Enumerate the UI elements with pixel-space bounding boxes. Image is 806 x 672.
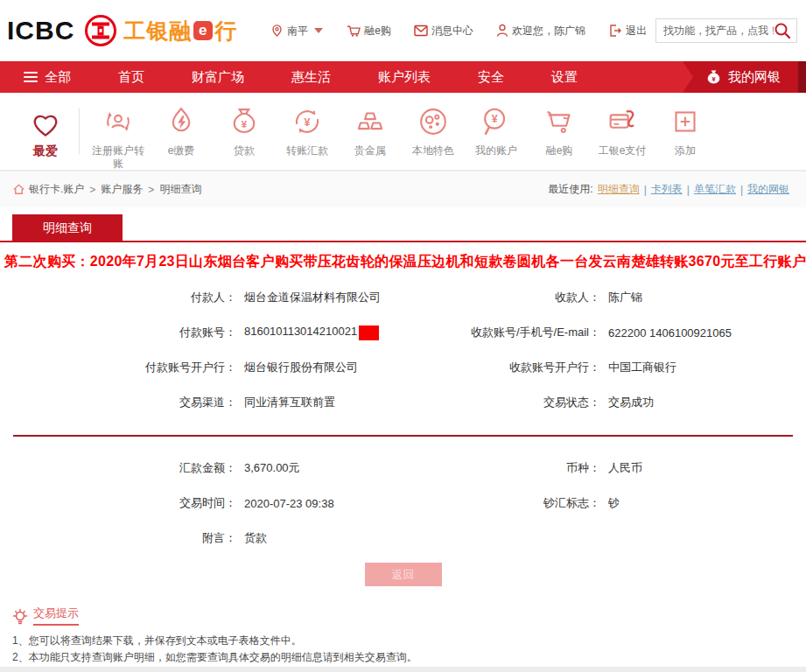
payer-name-value: 烟台金道保温材料有限公司 — [244, 290, 381, 305]
field-label: 收款账号/手机号/E-mail： — [403, 325, 600, 340]
field-label: 交易时间： — [0, 495, 236, 511]
cart-icon — [530, 103, 588, 140]
field-label: 收款人： — [403, 290, 600, 305]
message-center-link[interactable]: 消息中心 — [414, 24, 473, 38]
search-box — [655, 18, 797, 43]
nav-item-accounts[interactable]: 账户列表 — [354, 61, 454, 93]
field-label: 钞汇标志： — [403, 495, 600, 511]
breadcrumb-item-account-service[interactable]: 账户服务 — [101, 182, 143, 197]
envelope-icon — [414, 24, 428, 37]
rong-e-gou-link[interactable]: 融e购 — [346, 24, 391, 38]
tips-title: 交易提示 — [33, 606, 79, 626]
breadcrumb-item-detail-query[interactable]: 明细查询 — [159, 182, 201, 197]
recent-link-my-ebank[interactable]: 我的网银 — [747, 182, 789, 197]
divider — [79, 108, 80, 154]
svg-text:¥: ¥ — [242, 119, 248, 130]
tip-item: 1、您可以将查询结果下载，并保存到文本或电子表格文件中。 — [12, 633, 794, 649]
time-value: 2020-07-23 09:38 — [244, 497, 334, 510]
quick-item-gold[interactable]: 贵金属 — [341, 103, 399, 158]
detail-row: 汇款金额：3,670.00元 币种：人民币 — [0, 451, 806, 486]
detail-row: 交易时间：2020-07-23 09:38 钞汇标志：钞 — [0, 486, 806, 521]
section-divider — [13, 435, 793, 437]
nav-item-settings[interactable]: 设置 — [528, 61, 601, 93]
hamburger-icon — [24, 69, 38, 85]
epay-card-icon — [593, 103, 651, 140]
favorites-button[interactable]: 最爱 — [14, 103, 77, 159]
field-label: 汇款金额： — [0, 460, 236, 476]
gold-icon — [341, 103, 399, 140]
location-selector[interactable]: 南平 — [270, 24, 323, 38]
nav-label: 安全 — [478, 69, 504, 86]
main-nav: 全部 首页 财富广场 惠生活 账户列表 安全 设置 ¥ 我的网银 — [0, 61, 806, 93]
brand-e-badge: e — [193, 21, 213, 40]
nav-item-security[interactable]: 安全 — [454, 61, 528, 93]
logout-button[interactable]: 退出 — [608, 24, 647, 38]
quick-item-label: 工银e支付 — [593, 144, 651, 158]
transaction-headline: 第二次购买：2020年7月23日山东烟台客户购买带压花齿轮的保温压边机和短款卷圆… — [0, 242, 806, 271]
location-pin-icon — [270, 24, 284, 38]
quick-item-loan[interactable]: ¥ 贷款 — [215, 103, 273, 158]
search-input[interactable] — [663, 24, 774, 37]
user-welcome[interactable]: 欢迎您，陈广锦 — [496, 24, 585, 38]
nav-item-all[interactable]: 全部 — [0, 61, 95, 93]
nav-item-life[interactable]: 惠生活 — [268, 61, 354, 93]
separator: | — [687, 184, 690, 196]
detail-fields-bottom: 汇款金额：3,670.00元 币种：人民币 交易时间：2020-07-23 09… — [0, 451, 806, 556]
quick-item-my-account[interactable]: ¥ 我的账户 — [467, 103, 525, 158]
payee-name-value: 陈广锦 — [608, 290, 642, 305]
nav-label: 首页 — [118, 69, 144, 86]
my-ebank-tab[interactable]: ¥ 我的网银 — [683, 61, 798, 93]
quick-item-label: 融e购 — [530, 144, 588, 158]
quick-item-label: 转账汇款 — [278, 144, 336, 158]
breadcrumb-item-bankcard[interactable]: 银行卡.账户 — [29, 182, 84, 197]
search-icon[interactable] — [774, 22, 791, 39]
recent-used-label: 最近使用: — [548, 182, 592, 197]
brand-name: 工银融 e 行 — [123, 17, 237, 46]
tab-detail-query[interactable]: 明细查询 — [12, 214, 123, 241]
cash-flag-value: 钞 — [608, 495, 620, 511]
quick-item-label: 添加 — [656, 144, 714, 158]
quick-item-label: 贷款 — [215, 144, 273, 158]
quick-item-epay-card[interactable]: 工银e支付 — [593, 103, 651, 158]
quick-item-local[interactable]: 本地特色 — [404, 103, 462, 158]
local-feature-icon — [404, 103, 462, 140]
tips-header: 交易提示 — [12, 606, 794, 626]
quick-item-label: 我的账户 — [467, 144, 525, 158]
quick-item-label: 贵金属 — [341, 144, 399, 158]
nav-label: 惠生活 — [291, 69, 331, 86]
quick-item-transfer[interactable]: ¥ 转账汇款 — [278, 103, 336, 158]
quick-item-rong-e-gou[interactable]: 融e购 — [530, 103, 588, 158]
detail-row: 附言：货款 — [0, 521, 806, 556]
quick-item-register-transfer[interactable]: 注册账户转账 — [89, 103, 147, 171]
user-icon — [496, 24, 508, 38]
nav-item-wealth[interactable]: 财富广场 — [168, 61, 268, 93]
payer-account-value: 816010113014210021 — [244, 325, 379, 340]
loan-icon: ¥ — [215, 103, 273, 140]
icbc-transaction-detail-page: ICBC 工银融 e 行 南平 融e购 消息中心 — [0, 0, 806, 672]
payer-account-number: 816010113014210021 — [244, 325, 357, 338]
quick-item-label: 注册账户转账 — [89, 144, 147, 171]
quick-item-add[interactable]: 添加 — [656, 103, 714, 158]
nav-item-home[interactable]: 首页 — [95, 61, 168, 93]
money-bag-icon: ¥ — [705, 68, 722, 86]
separator: | — [644, 184, 647, 196]
location-label: 南平 — [287, 24, 308, 38]
back-button[interactable]: 返回 — [365, 563, 442, 586]
quick-item-epay[interactable]: e缴费 — [152, 103, 210, 158]
recent-link-single-remit[interactable]: 单笔汇款 — [694, 182, 736, 197]
detail-row: 付款账号： 816010113014210021 收款账号/手机号/E-mail… — [0, 315, 806, 350]
svg-text:¥: ¥ — [305, 116, 311, 129]
recent-used: 最近使用: 明细查询 | 卡列表 | 单笔汇款 | 我的网银 — [548, 182, 794, 197]
svg-text:¥: ¥ — [492, 113, 498, 125]
heart-icon — [14, 103, 77, 140]
tip-item: 2、本功能只支持查询账户明细，如您需要查询具体交易的明细信息请到相关交易查询。 — [12, 649, 794, 666]
detail-fields-top: 付款人：烟台金道保温材料有限公司 收款人：陈广锦 付款账号： 816010113… — [0, 280, 806, 420]
nav-right: ¥ 我的网银 — [683, 61, 806, 93]
nav-label: 财富广场 — [192, 69, 244, 86]
nav-label: 设置 — [551, 69, 578, 86]
recent-link-card-list[interactable]: 卡列表 — [651, 182, 683, 197]
recent-link-detail-query[interactable]: 明细查询 — [598, 182, 640, 197]
amount-value: 3,670.00元 — [244, 460, 300, 476]
redaction-box — [359, 326, 379, 340]
footer-strip — [0, 667, 806, 672]
